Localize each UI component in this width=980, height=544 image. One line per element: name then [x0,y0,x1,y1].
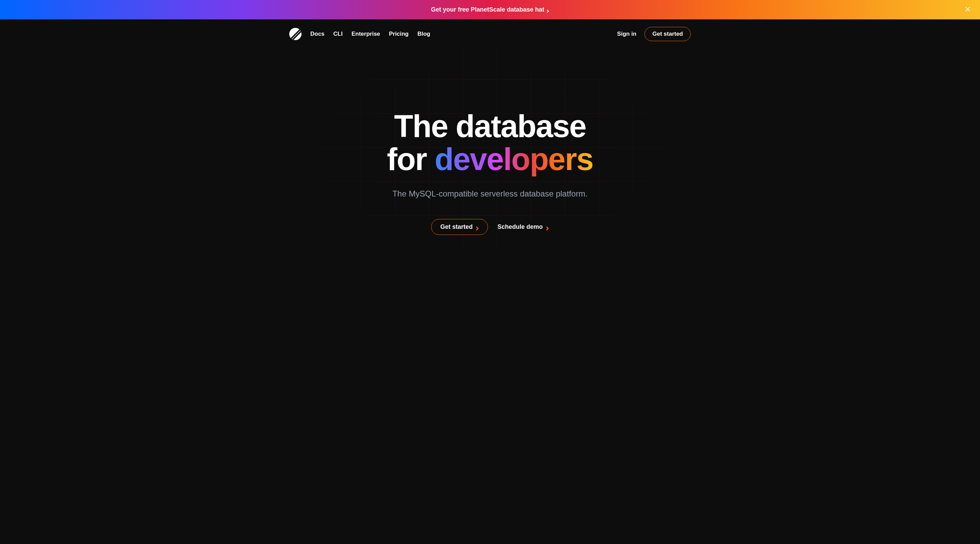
announcement-close-button[interactable] [964,6,972,14]
hero-actions: Get started Schedule demo [289,219,691,235]
announcement-banner: Get your free PlanetScale database hat [0,0,980,19]
nav-link-docs[interactable]: Docs [310,30,325,37]
logo[interactable] [289,28,301,40]
hero-title-gradient: developers [434,142,593,176]
announcement-text: Get your free PlanetScale database hat [431,6,544,13]
hero-primary-cta-label: Get started [440,224,473,230]
main-nav: Docs CLI Enterprise Pricing Blog Sign in… [289,19,691,49]
get-started-label: Get started [652,30,683,37]
nav-link-blog[interactable]: Blog [417,30,430,37]
schedule-demo-link[interactable]: Schedule demo [498,224,549,230]
nav-link-cli[interactable]: CLI [334,30,343,37]
hero-subtitle: The MySQL-compatible serverless database… [289,189,691,198]
hero-secondary-cta-label: Schedule demo [498,224,543,230]
chevron-right-icon [476,225,479,229]
hero-title-line2: for developers [289,143,691,176]
hero-title: The database for developers [289,110,691,175]
hero-section: The database for developers The MySQL-co… [289,49,691,269]
hero-title-line1: The database [289,110,691,143]
nav-links: Docs CLI Enterprise Pricing Blog [310,30,430,37]
get-started-button-hero[interactable]: Get started [431,219,488,235]
hero-title-plain: for [387,142,434,176]
nav-left: Docs CLI Enterprise Pricing Blog [289,28,430,40]
signin-link[interactable]: Sign in [617,30,637,37]
chevron-right-icon [546,8,549,12]
announcement-link[interactable]: Get your free PlanetScale database hat [431,6,549,13]
get-started-button-nav[interactable]: Get started [644,27,691,41]
hero-content: The database for developers The MySQL-co… [289,110,691,235]
close-icon [965,6,971,14]
nav-right: Sign in Get started [617,27,691,41]
chevron-right-icon [546,225,549,229]
nav-link-pricing[interactable]: Pricing [389,30,409,37]
nav-link-enterprise[interactable]: Enterprise [352,30,380,37]
